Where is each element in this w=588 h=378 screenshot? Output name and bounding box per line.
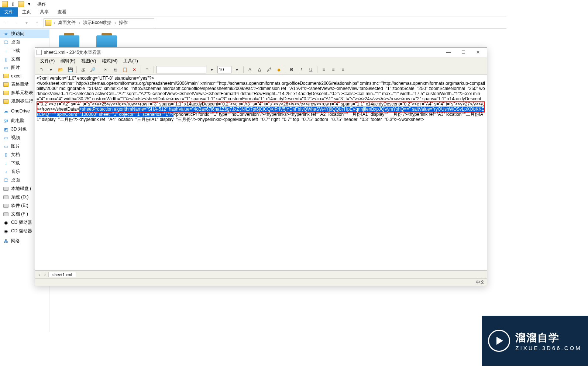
toolbar: 🗋 ▾ 📂 💾 🖨 🔎 ✂ ⎘ 📋 ✕ ❝ ▾ 10 ▾ A A 🖍 ◆ B I… bbox=[35, 65, 487, 75]
status-lang: 中文 bbox=[476, 279, 485, 285]
highlight-icon[interactable]: 🖍 bbox=[265, 66, 273, 74]
font-size-select[interactable]: 10 bbox=[217, 66, 231, 73]
watermark-title: 溜溜自学 bbox=[515, 331, 581, 345]
menu-file[interactable]: 文件(F) bbox=[38, 58, 57, 65]
desktop-icon: 🖵 bbox=[3, 177, 9, 183]
tab-prev-icon[interactable]: ‹ bbox=[37, 272, 42, 278]
find-icon[interactable]: 🔎 bbox=[89, 66, 97, 74]
xml-text[interactable]: <?xml version="1.0" encoding="UTF-8" sta… bbox=[37, 76, 154, 81]
font-color-icon[interactable]: A bbox=[246, 66, 254, 74]
bold-icon[interactable]: B bbox=[288, 66, 296, 74]
sidebar-quick-access[interactable]: ★快访问 bbox=[0, 30, 49, 38]
folder-icon bbox=[1, 1, 8, 7]
window-title: sheet1.xml - 2345文本查看器 bbox=[44, 49, 101, 56]
fill-icon[interactable]: ◆ bbox=[275, 66, 283, 74]
sidebar-item-label: 图片 bbox=[11, 143, 20, 149]
menu-view[interactable]: 视图(V) bbox=[79, 58, 98, 65]
sidebar-item-desktop[interactable]: 🖵桌面 bbox=[0, 38, 49, 46]
delete-icon[interactable]: ✕ bbox=[130, 66, 138, 74]
doc-icon[interactable]: ▯ bbox=[10, 1, 16, 7]
sidebar-item-label: 文档 bbox=[11, 152, 20, 158]
underline-icon[interactable]: U bbox=[307, 66, 315, 74]
nav-back-icon[interactable]: ← bbox=[2, 19, 10, 27]
overflow-icon[interactable]: ▾ bbox=[26, 1, 32, 7]
watermark-url: ZIXUE.3D66.COM bbox=[515, 345, 581, 351]
italic-icon[interactable]: I bbox=[297, 66, 305, 74]
status-bar: 中文 bbox=[35, 278, 487, 286]
breadcrumb-seg[interactable]: 演示Excel数据 bbox=[82, 20, 112, 26]
watermark: 溜溜自学 ZIXUE.3D66.COM bbox=[482, 316, 588, 366]
download-icon: ↓ bbox=[3, 48, 9, 54]
nav-forward-icon: → bbox=[13, 19, 20, 27]
sidebar-item-label: 桌面 bbox=[11, 39, 20, 45]
sidebar-item-label: 图片 bbox=[11, 65, 20, 71]
video-icon: ▭ bbox=[3, 135, 9, 141]
doc-tab[interactable]: sheet1.xml bbox=[48, 272, 76, 277]
paste-icon[interactable]: 📋 bbox=[121, 66, 129, 74]
align-right-icon[interactable]: ≡ bbox=[339, 66, 347, 74]
minimize-button[interactable]: ― bbox=[441, 48, 456, 57]
print-icon[interactable]: 🖨 bbox=[79, 66, 87, 74]
sidebar-item-label: 视频 bbox=[11, 135, 20, 141]
sidebar-item-label: 系统 (D:) bbox=[11, 194, 28, 200]
cut-icon[interactable]: ✂ bbox=[102, 66, 110, 74]
folder-icon bbox=[3, 73, 9, 79]
nav-up-icon[interactable]: ↑ bbox=[33, 19, 41, 27]
maximize-button[interactable]: ☐ bbox=[456, 48, 471, 57]
tab-next-icon[interactable]: › bbox=[42, 272, 48, 278]
sidebar-item-label: 此电脑 bbox=[11, 118, 24, 124]
tab-view[interactable]: 查看 bbox=[53, 7, 71, 17]
play-icon bbox=[488, 330, 510, 352]
sidebar-item-label: 网络 bbox=[11, 238, 20, 244]
textfile-icon bbox=[37, 50, 42, 55]
save-icon[interactable]: 💾 bbox=[66, 66, 74, 74]
copy-icon[interactable]: ⎘ bbox=[111, 66, 119, 74]
sidebar-item-label: 表格目录 bbox=[11, 81, 29, 87]
font-select[interactable] bbox=[156, 66, 206, 73]
computer-icon: 🖳 bbox=[3, 118, 9, 124]
font-style-icon[interactable]: A bbox=[255, 66, 264, 74]
sidebar-item-label: OneDrive bbox=[11, 108, 30, 114]
sidebar-item-label: 音乐 bbox=[11, 169, 20, 175]
text-content[interactable]: <?xml version="1.0" encoding="UTF-8" sta… bbox=[35, 75, 487, 270]
sidebar-item-label: 桌面 bbox=[11, 177, 20, 183]
sidebar-item-label: 下载 bbox=[11, 160, 20, 166]
menu-format[interactable]: 格式(M) bbox=[100, 58, 120, 65]
menu-edit[interactable]: 编辑(E) bbox=[58, 58, 78, 65]
sidebar-item-label: 下载 bbox=[11, 48, 20, 54]
newdoc-dropdown-icon[interactable]: ▾ bbox=[47, 66, 55, 74]
breadcrumb-seg[interactable]: 操作 bbox=[118, 20, 128, 26]
tab-home[interactable]: 主页 bbox=[18, 7, 35, 17]
tab-share[interactable]: 共享 bbox=[35, 7, 53, 17]
chevron-right-icon[interactable]: › bbox=[54, 20, 55, 25]
new-icon[interactable]: 🗋 bbox=[37, 66, 45, 74]
cube-icon: ◩ bbox=[3, 126, 9, 132]
chevron-right-icon[interactable]: › bbox=[114, 20, 116, 25]
viewer-doctabs: ‹ › sheet1.xml bbox=[35, 270, 487, 278]
drive-icon bbox=[3, 186, 9, 192]
viewer-titlebar[interactable]: sheet1.xml - 2345文本查看器 ― ☐ ✕ bbox=[35, 48, 487, 57]
menu-tool[interactable]: 工具(T) bbox=[121, 58, 140, 65]
cloud-icon: ☁ bbox=[3, 108, 9, 114]
folder-icon bbox=[3, 90, 9, 96]
breadcrumb-seg[interactable]: 桌面文件 bbox=[57, 20, 76, 26]
folder-open-icon[interactable] bbox=[18, 1, 24, 7]
folder-icon bbox=[3, 82, 9, 87]
nav-recent-icon[interactable]: ▾ bbox=[23, 19, 30, 27]
align-left-icon[interactable]: ≡ bbox=[320, 66, 328, 74]
dropdown-icon[interactable]: ▾ bbox=[208, 66, 216, 74]
drive-icon bbox=[3, 203, 9, 209]
dropdown-icon[interactable]: ▾ bbox=[233, 66, 241, 74]
quote-icon[interactable]: ❝ bbox=[143, 66, 151, 74]
chevron-right-icon[interactable]: › bbox=[79, 20, 80, 25]
align-center-icon[interactable]: ≡ bbox=[329, 66, 337, 74]
close-button[interactable]: ✕ bbox=[471, 48, 485, 57]
sidebar-item-label: 本地磁盘 ( bbox=[11, 185, 31, 192]
tab-file[interactable]: 文件 bbox=[0, 7, 18, 17]
sidebar-item-label: 多单元格表 bbox=[11, 90, 33, 96]
folder-icon bbox=[45, 20, 51, 26]
sidebar-item-label: excel bbox=[11, 73, 21, 79]
breadcrumb[interactable]: › 桌面文件 › 演示Excel数据 › 操作 bbox=[44, 18, 154, 27]
open-icon[interactable]: 📂 bbox=[56, 66, 65, 74]
music-icon: ♪ bbox=[3, 169, 9, 175]
